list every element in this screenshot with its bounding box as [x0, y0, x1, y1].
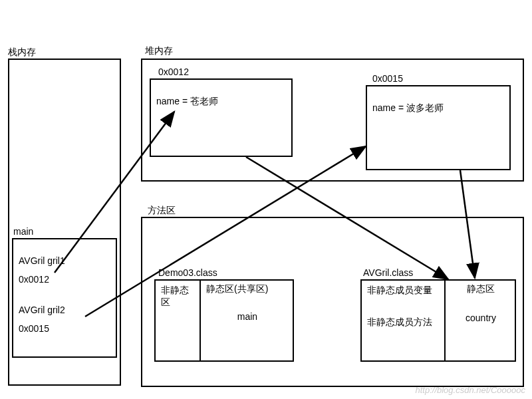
- obj1-addr: 0x0012: [158, 66, 189, 77]
- gril1-decl: AVGril gril1: [13, 251, 116, 270]
- demo03-nonstatic-cell: 非静态区: [154, 279, 201, 362]
- avgril-static-label: 静态区: [446, 279, 516, 299]
- demo03-static-cell: 静态区(共享区) main: [201, 279, 294, 362]
- obj2-field: name = 波多老师: [367, 98, 509, 118]
- avgril-static-cell: 静态区 country: [446, 279, 516, 362]
- main-frame-label: main: [13, 226, 33, 237]
- avgril-nonstatic-methods: 非静态成员方法: [362, 313, 444, 332]
- obj1-field: name = 苍老师: [151, 92, 291, 112]
- watermark: http://blog.csdn.net/Coooooc: [415, 385, 525, 395]
- avgril-class-label: AVGril.class: [363, 267, 413, 278]
- avgril-nonstatic-vars: 非静态成员变量: [362, 281, 444, 301]
- demo03-class-label: Demo03.class: [158, 267, 217, 278]
- avgril-nonstatic-cell: 非静态成员变量 非静态成员方法: [360, 279, 446, 362]
- obj2-addr: 0x0015: [372, 73, 403, 84]
- gril1-addr: 0x0012: [13, 270, 116, 289]
- demo03-nonstatic-label: 非静态区: [156, 281, 200, 313]
- method-area-title: 方法区: [148, 205, 176, 217]
- gril2-addr: 0x0015: [13, 319, 116, 338]
- avgril-static-country: country: [446, 309, 516, 327]
- obj2-box: name = 波多老师: [366, 85, 511, 170]
- stack-title: 栈内存: [8, 47, 36, 59]
- demo03-static-label: 静态区(共享区): [201, 279, 294, 299]
- gril2-decl: AVGril gril2: [13, 301, 116, 319]
- heap-title: 堆内存: [145, 45, 173, 57]
- main-frame-box: AVGril gril1 0x0012 AVGril gril2 0x0015: [12, 238, 117, 358]
- demo03-static-main: main: [201, 307, 294, 326]
- obj1-box: name = 苍老师: [150, 78, 293, 157]
